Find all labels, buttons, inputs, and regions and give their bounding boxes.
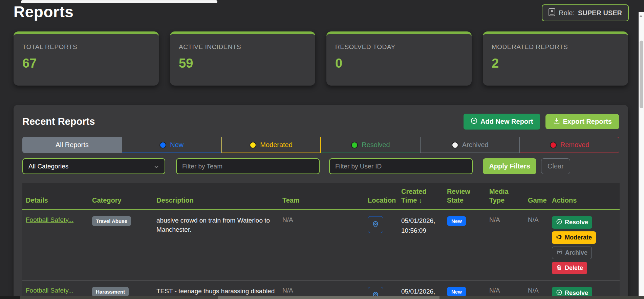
stat-card-active-incidents: ACTIVE INCIDENTS 59 xyxy=(170,31,315,86)
page-title: Reports xyxy=(14,3,73,21)
col-header-game: Game xyxy=(524,183,549,210)
role-label: Role: xyxy=(559,9,575,17)
recent-reports-panel: Recent Reports Add New Report Export Rep… xyxy=(14,105,628,299)
stat-label: TOTAL REPORTS xyxy=(22,43,150,51)
category-select[interactable]: All Categories xyxy=(22,158,165,174)
vertical-scrollbar-thumb[interactable] xyxy=(640,41,643,108)
trash-icon xyxy=(556,264,562,272)
report-details-link[interactable]: Football Safety... xyxy=(26,287,73,294)
recent-reports-title: Recent Reports xyxy=(22,116,95,127)
review-state-badge: New xyxy=(447,216,466,226)
map-pin-icon xyxy=(372,221,379,229)
moderate-button[interactable]: Moderate xyxy=(552,231,596,244)
col-header-created-time[interactable]: Created Time ↓ xyxy=(398,183,444,210)
download-icon xyxy=(553,117,560,126)
team-value: N/A xyxy=(282,287,293,294)
table-header-row: Details Category Description Team Locati… xyxy=(22,183,620,210)
report-details-link[interactable]: Football Safety... xyxy=(26,216,73,223)
game-value: N/A xyxy=(528,287,539,294)
col-header-location: Location xyxy=(364,183,398,210)
horizontal-scrollbar[interactable] xyxy=(0,296,644,299)
tab-all-reports[interactable]: All Reports xyxy=(22,137,122,153)
col-header-actions: Actions xyxy=(549,183,620,210)
role-value: SUPER USER xyxy=(578,9,622,17)
col-header-description: Description xyxy=(153,183,279,210)
stat-value: 0 xyxy=(335,56,463,71)
check-circle-icon xyxy=(556,218,562,227)
col-header-details: Details xyxy=(22,183,89,210)
col-header-category: Category xyxy=(89,183,153,210)
stat-card-resolved-today: RESOLVED TODAY 0 xyxy=(326,31,472,86)
tab-archived[interactable]: Archived xyxy=(420,137,520,153)
media-type-value: N/A xyxy=(489,287,500,294)
add-new-report-button[interactable]: Add New Report xyxy=(464,114,540,130)
stats-row: TOTAL REPORTS 67 ACTIVE INCIDENTS 59 RES… xyxy=(14,31,628,86)
top-header: Reports Role: SUPER USER xyxy=(0,0,644,21)
category-badge: Travel Abuse xyxy=(92,216,131,226)
user-id-filter-input[interactable] xyxy=(329,158,473,174)
megaphone-icon xyxy=(556,234,562,242)
filters-row: All Categories Apply Filters Clear xyxy=(22,158,619,174)
media-type-value: N/A xyxy=(489,216,500,223)
clear-filters-button[interactable]: Clear xyxy=(541,158,570,174)
stat-card-moderated-reports: MODERATED REPORTS 2 xyxy=(483,31,628,86)
archive-button[interactable]: Archive xyxy=(552,247,592,259)
tab-removed[interactable]: Removed xyxy=(520,137,619,153)
removed-status-dot-icon xyxy=(550,142,557,148)
location-pin-button[interactable] xyxy=(368,216,383,233)
stat-label: ACTIVE INCIDENTS xyxy=(179,43,306,51)
stat-value: 59 xyxy=(179,56,306,71)
moderated-status-dot-icon xyxy=(250,142,256,148)
resolve-button[interactable]: Resolve xyxy=(552,216,592,229)
status-tabs: All Reports New Moderated Resolved Archi… xyxy=(22,137,619,153)
tab-moderated[interactable]: Moderated xyxy=(221,137,321,153)
created-time: 05/01/2026, 10:56:09 xyxy=(401,216,440,235)
stat-card-total-reports: TOTAL REPORTS 67 xyxy=(14,31,159,86)
table-row: Football Safety... Travel Abuse abusive … xyxy=(22,210,620,281)
review-state-badge: New xyxy=(447,287,466,297)
export-reports-button[interactable]: Export Reports xyxy=(545,114,619,129)
tab-resolved[interactable]: Resolved xyxy=(321,137,420,153)
archive-box-icon xyxy=(556,249,563,257)
chevron-down-icon xyxy=(154,164,159,169)
col-header-team: Team xyxy=(279,183,364,210)
col-header-media-type: Media Type xyxy=(486,183,524,210)
team-value: N/A xyxy=(282,216,293,223)
stat-value: 67 xyxy=(22,56,150,71)
horizontal-scrollbar-thumb[interactable] xyxy=(21,0,217,3)
game-value: N/A xyxy=(528,216,539,223)
role-badge: Role: SUPER USER xyxy=(542,4,629,21)
report-description: abusive crowd on train from Waterloo to … xyxy=(156,216,276,234)
stat-label: MODERATED REPORTS xyxy=(492,43,619,51)
apply-filters-button[interactable]: Apply Filters xyxy=(483,158,536,174)
team-filter-input[interactable] xyxy=(176,158,320,174)
col-header-review-state: Review State xyxy=(444,183,486,210)
tab-new[interactable]: New xyxy=(122,137,221,153)
id-badge-icon xyxy=(549,8,555,18)
reports-table: Details Category Description Team Locati… xyxy=(22,183,620,299)
scroll-up-arrow-icon[interactable] xyxy=(639,15,643,17)
new-status-dot-icon xyxy=(159,142,166,148)
archived-status-dot-icon xyxy=(452,142,458,148)
resolved-status-dot-icon xyxy=(351,142,358,148)
delete-button[interactable]: Delete xyxy=(552,262,587,274)
category-badge: Harassment xyxy=(92,287,129,297)
stat-value: 2 xyxy=(492,56,619,71)
stat-label: RESOLVED TODAY xyxy=(335,43,463,51)
plus-circle-icon xyxy=(470,117,478,126)
